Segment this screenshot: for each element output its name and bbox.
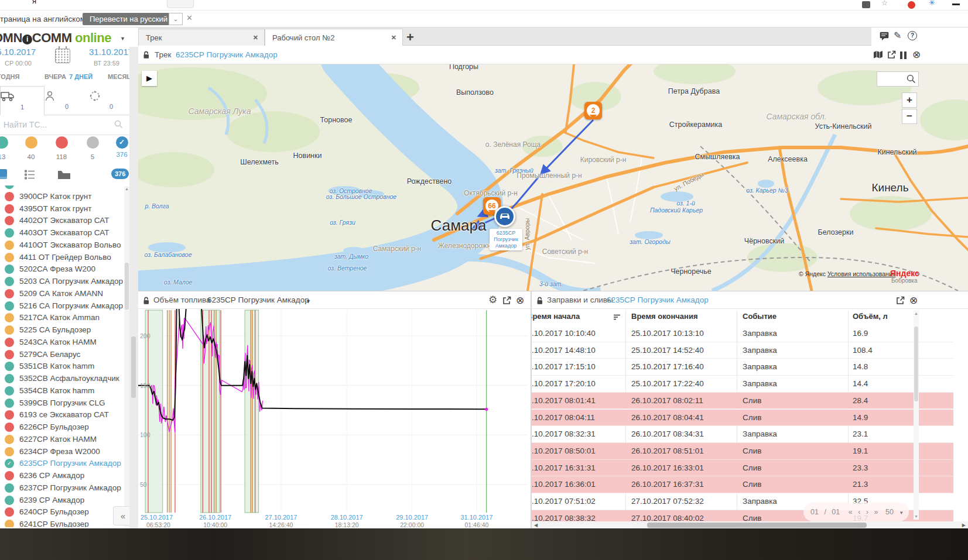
sort-icon[interactable] <box>614 314 620 320</box>
column-header-event[interactable]: Событие <box>743 312 777 321</box>
table-row[interactable]: 25.10.2017 10:10:4025.10.2017 10:13:10За… <box>532 325 953 342</box>
snowflake-icon[interactable]: ✳ <box>929 0 935 7</box>
folder-icon[interactable] <box>57 170 71 180</box>
close-panel-icon[interactable]: ⊗ <box>912 50 921 59</box>
table-row[interactable]: 26.10.2017 08:04:1126.10.2017 08:04:41Сл… <box>532 410 953 427</box>
status-counter[interactable]: 118 <box>49 136 74 160</box>
vehicle-list-item[interactable]: 5216 СА Погрузчик Амкадор <box>0 300 124 312</box>
vehicle-list-item[interactable]: 5202СА Фреза W200 <box>0 263 124 276</box>
unlock-icon[interactable] <box>143 51 150 59</box>
map-search-box[interactable] <box>877 71 919 87</box>
chevron-down-icon[interactable]: ▼ <box>306 298 311 304</box>
column-header-end[interactable]: Время окончания <box>631 312 697 321</box>
range-today[interactable]: СЕГОДНЯ <box>0 73 19 80</box>
table-row[interactable]: 26.10.2017 16:31:3126.10.2017 16:33:01Сл… <box>532 460 953 477</box>
vehicle-list-item[interactable]: 6227СР Каток НАММ <box>0 434 124 446</box>
gutter-scroll-thumb[interactable] <box>131 336 136 398</box>
date-to[interactable]: 31.10.2017 ВТ 23:59 <box>89 47 133 68</box>
logo-dropdown-icon[interactable]: ▼ <box>120 36 125 42</box>
close-tab-icon[interactable]: ✕ <box>391 29 396 46</box>
page-prev-button[interactable]: ‹ <box>858 508 860 516</box>
close-tab-icon[interactable]: ✕ <box>253 29 258 46</box>
table-vertical-scrollbar[interactable]: ▲▼ <box>914 310 919 520</box>
page-size-select[interactable]: 50 <box>885 508 894 516</box>
page-last-button[interactable]: » <box>874 508 878 516</box>
status-counter[interactable]: 13 <box>0 136 14 160</box>
vehicle-list-item[interactable]: 5225 СА Бульдозер <box>0 324 124 336</box>
range-yesterday[interactable]: ВЧЕРА <box>45 73 66 80</box>
date-from[interactable]: 25.10.2017 СР 00:00 <box>0 47 36 68</box>
settings-gear-icon[interactable]: ⚙ <box>488 296 497 304</box>
close-panel-icon[interactable]: ⊗ <box>516 296 524 305</box>
vehicle-list-item[interactable]: 3900СР Каток грунт <box>0 191 124 203</box>
translate-button[interactable]: Перевести на русский <box>83 13 175 25</box>
tab-drivers[interactable]: 0 <box>45 86 89 115</box>
browser-tab-fragment[interactable] <box>167 0 194 8</box>
table-row[interactable]: 26.10.2017 16:36:0126.10.2017 16:37:31Сл… <box>532 476 953 493</box>
tab-desktop2[interactable]: Рабочий стол №2✕ <box>265 29 403 46</box>
table-row[interactable]: 25.10.2017 14:48:1025.10.2017 14:52:40За… <box>532 342 953 359</box>
vehicle-marker[interactable] <box>494 206 515 227</box>
vehicle-list-item[interactable]: 6234СР Фреза W2000 <box>0 446 124 458</box>
translate-options-dropdown[interactable]: ⌄ <box>169 13 183 25</box>
table-row[interactable]: 25.10.2017 17:15:1025.10.2017 17:16:40За… <box>532 359 953 376</box>
tab-track[interactable]: Трек✕ <box>138 29 265 46</box>
help-icon[interactable]: ? <box>908 31 917 40</box>
vehicle-list-item[interactable]: 4403ОТ Экскаватор САТ <box>0 227 124 239</box>
vehicle-list-item[interactable]: 5217СА Каток Amman <box>0 312 124 324</box>
translate-close-icon[interactable]: ✕ <box>186 13 193 22</box>
vehicle-list-item[interactable]: ✓6235СР Погрузчик Амкадор <box>0 458 124 470</box>
vehicle-list-item[interactable]: 4395ОТ Каток грунт <box>0 203 124 215</box>
track-vehicle-link[interactable]: 6235СР Погрузчик Амкадор <box>176 50 278 59</box>
vehicle-list-item[interactable] <box>0 185 124 191</box>
map-terms-link[interactable]: Условия использования <box>827 270 896 277</box>
zoom-out-button[interactable]: − <box>902 109 917 124</box>
map[interactable]: ПодгорыВыползовоТорновоеСамарская ЛукаНо… <box>138 64 968 291</box>
calendar-icon[interactable] <box>55 49 70 63</box>
table-vehicle-link[interactable]: 6235СР Погрузчик Амкадор <box>607 296 709 304</box>
vehicle-search[interactable]: Найти ТС... <box>0 115 134 135</box>
vehicle-list-item[interactable]: 6239 СР Амкадор <box>0 494 124 507</box>
page-size-dropdown-icon[interactable]: ▼ <box>899 510 904 516</box>
vehicle-list-item[interactable]: 6193 се Экскаватор САТ <box>0 409 124 421</box>
unlock-icon[interactable] <box>536 297 543 305</box>
vehicle-list-item[interactable]: 6240СР Бульдозер <box>0 506 124 518</box>
bookmark-star-icon[interactable]: ☆ <box>881 0 888 7</box>
status-counter[interactable]: 5 <box>80 136 105 160</box>
table-row[interactable]: 26.10.2017 08:01:4126.10.2017 08:02:11Сл… <box>532 393 953 410</box>
minimize-icon[interactable] <box>952 4 960 5</box>
vehicle-list-item[interactable]: 6226СР Бульдозер <box>0 421 124 434</box>
play-track-button[interactable]: ▶ <box>142 71 157 86</box>
scroll-thumb[interactable] <box>125 263 129 310</box>
close-panel-icon[interactable]: ⊗ <box>909 296 918 305</box>
extension-icon[interactable] <box>862 1 870 8</box>
vehicle-list-item[interactable]: 5354СВ Каток hamm <box>0 385 124 397</box>
tab-vehicles[interactable]: 1 <box>0 86 45 115</box>
scroll-thumb[interactable] <box>647 523 867 528</box>
selected-list-icon[interactable] <box>0 169 7 179</box>
page-next-button[interactable]: › <box>866 508 868 516</box>
table-row[interactable]: 25.10.2017 17:20:1025.10.2017 17:22:40За… <box>532 376 953 393</box>
vehicle-list-item[interactable]: 5351СВ Каток hamm <box>0 360 124 373</box>
vehicle-list-item[interactable]: 6237СР Погрузчик Амкадор <box>0 482 124 494</box>
vehicle-list-scrollbar[interactable]: ▲ ▼ <box>124 187 129 527</box>
tab-geofences[interactable]: 0 <box>89 86 134 115</box>
zoom-in-button[interactable]: + <box>902 92 917 108</box>
page-first-button[interactable]: « <box>849 508 853 516</box>
record-icon[interactable] <box>908 1 915 9</box>
unlock-icon[interactable] <box>143 297 150 305</box>
scroll-thumb[interactable] <box>914 327 918 401</box>
vehicle-list-item[interactable]: 5279СА Беларус <box>0 349 124 361</box>
add-tab-button[interactable]: + <box>406 30 414 45</box>
comment-icon[interactable] <box>880 32 889 41</box>
vehicle-list-item[interactable]: 6241СР Бульдозер <box>0 518 124 527</box>
vehicle-list-item[interactable]: 5203 СА Погрузчик Амкадор <box>0 276 124 288</box>
expand-icon[interactable] <box>502 296 511 305</box>
pause-icon[interactable] <box>900 51 908 61</box>
table-row[interactable]: 26.10.2017 08:32:3126.10.2017 08:34:31За… <box>532 426 953 443</box>
table-horizontal-scrollbar[interactable]: ◀ ▶ <box>532 521 968 528</box>
list-icon[interactable] <box>25 170 35 180</box>
range-7days[interactable]: 7 ДНЕЙ <box>69 73 93 80</box>
range-month[interactable]: МЕСЯЦ <box>108 73 131 80</box>
vehicle-list-item[interactable]: 6236 СР Амкадор <box>0 470 124 482</box>
